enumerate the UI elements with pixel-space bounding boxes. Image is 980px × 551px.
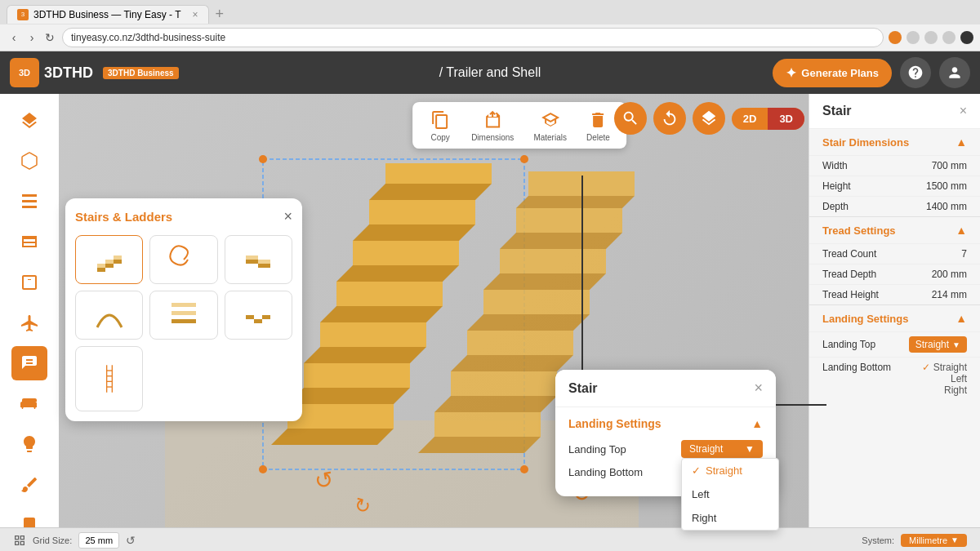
stair-dimensions-section: Stair Dimensions ▲ Width 700 mm Height 1…: [809, 129, 980, 216]
stair-modal: Stair × Landing Settings ▲ Landing Top S…: [555, 370, 776, 496]
height-row: Height 1500 mm: [809, 176, 980, 196]
svg-rect-47: [114, 256, 122, 260]
landing-top-dropdown[interactable]: Straight ▼: [909, 336, 967, 353]
2d-btn[interactable]: 2D: [732, 108, 768, 130]
delete-icon: [586, 109, 609, 131]
landing-top-row: Landing Top Straight ▼: [809, 331, 980, 357]
stair-item-3[interactable]: [225, 291, 292, 340]
svg-marker-26: [500, 233, 622, 249]
sidebar-furniture-btn[interactable]: [11, 387, 47, 421]
back-btn[interactable]: ‹: [7, 30, 21, 45]
height-value: 1500 mm: [926, 180, 967, 192]
sidebar-door-btn[interactable]: [11, 265, 47, 300]
sidebar-stairs-btn[interactable]: [11, 346, 47, 380]
landing-dropdown-menu: ✓ Straight Left Right: [681, 458, 779, 531]
sidebar-plane-btn[interactable]: [11, 306, 47, 340]
stair-item-l-shape[interactable]: [225, 235, 292, 284]
new-tab-btn[interactable]: +: [216, 6, 225, 23]
rotate-panel-btn[interactable]: [653, 102, 686, 135]
view-mode-toggle[interactable]: 2D 3D: [732, 108, 804, 130]
help-icon-btn[interactable]: [900, 57, 931, 88]
generate-plans-button[interactable]: ✦ Generate Plans: [773, 59, 892, 87]
sidebar-window-btn[interactable]: [11, 225, 47, 260]
tread-count-row: Tread Count 7: [809, 243, 980, 264]
svg-rect-55: [246, 315, 254, 319]
layers-panel-btn[interactable]: [693, 102, 725, 135]
dropdown-item-left[interactable]: Left: [682, 482, 778, 506]
stairs-panel-title: Stairs & Ladders: [75, 210, 172, 224]
landing-settings-header[interactable]: Landing Settings ▲: [809, 305, 980, 331]
landing-bottom-straight-option: ✓ Straight: [922, 362, 967, 373]
reset-btn[interactable]: ↺: [126, 534, 136, 547]
sidebar-light-btn[interactable]: [11, 427, 47, 461]
copy-icon: [429, 109, 452, 131]
user-icon-btn[interactable]: [939, 57, 970, 88]
reload-btn[interactable]: ↻: [42, 30, 57, 45]
stair-item-ladder[interactable]: [75, 346, 143, 411]
stair-item-spiral[interactable]: [149, 235, 217, 284]
stair-item-straight[interactable]: [75, 235, 143, 284]
stair-modal-body: Landing Settings ▲ Landing Top Straight …: [555, 407, 776, 496]
sidebar-box-btn[interactable]: [11, 144, 47, 179]
stair-item-curved[interactable]: [75, 291, 143, 340]
dropdown-item-right[interactable]: Right: [682, 506, 778, 530]
sidebar-layers-btn[interactable]: [11, 104, 47, 138]
tab-bar: 3 3DTHD Business — Tiny Easy - T × +: [0, 0, 980, 24]
topbar-right: ✦ Generate Plans: [773, 57, 970, 88]
tread-height-value: 214 mm: [932, 289, 967, 300]
sidebar-wall-btn[interactable]: [11, 184, 47, 219]
width-value: 700 mm: [932, 160, 967, 171]
materials-tool[interactable]: Materials: [533, 109, 567, 142]
dropdown-item-straight[interactable]: ✓ Straight: [682, 459, 778, 482]
tab-favicon: 3: [17, 9, 29, 20]
landing-bottom-straight: Straight: [933, 362, 967, 373]
props-panel-close[interactable]: ×: [960, 104, 967, 118]
option-right: Right: [692, 512, 716, 524]
svg-marker-15: [385, 163, 492, 184]
tread-settings-chevron: ▲: [956, 224, 967, 237]
stair-dimensions-chevron: ▲: [956, 136, 967, 149]
search-panel-btn[interactable]: [614, 102, 647, 135]
svg-marker-3: [287, 404, 394, 429]
copy-tool[interactable]: Copy: [429, 109, 452, 142]
tab-close[interactable]: ×: [193, 9, 198, 20]
grid-size-input[interactable]: [78, 532, 119, 549]
dimensions-tool[interactable]: Dimensions: [471, 109, 514, 142]
width-row: Width 700 mm: [809, 155, 980, 176]
landing-top-modal-dropdown[interactable]: Straight ▼: [681, 440, 763, 458]
svg-marker-28: [516, 196, 635, 208]
landing-settings-section: Landing Settings ▲ Landing Top Straight …: [809, 305, 980, 400]
tread-height-label: Tread Height: [822, 289, 879, 300]
svg-marker-18: [434, 396, 557, 412]
sidebar-paint-btn[interactable]: [11, 468, 47, 502]
generate-icon: ✦: [786, 65, 796, 81]
forward-btn[interactable]: ›: [24, 30, 39, 45]
svg-marker-2: [271, 429, 394, 445]
stair-modal-close[interactable]: ×: [754, 380, 763, 397]
materials-label: Materials: [533, 133, 567, 142]
svg-marker-23: [483, 290, 590, 314]
landing-top-modal-label: Landing Top: [568, 443, 626, 455]
stairs-panel-close[interactable]: ×: [283, 208, 292, 225]
3d-btn[interactable]: 3D: [768, 108, 804, 130]
system-select[interactable]: Millimetre ▼: [901, 534, 967, 547]
tread-settings-header[interactable]: Tread Settings ▲: [809, 217, 980, 243]
svg-rect-42: [97, 268, 105, 272]
browser-tab[interactable]: 3 3DTHD Business — Tiny Easy - T ×: [7, 5, 209, 24]
status-bar: Grid Size: ↺ System: Millimetre ▼: [0, 527, 980, 551]
svg-marker-16: [418, 437, 541, 453]
landing-top-dropdown-arrow: ▼: [745, 443, 755, 455]
tread-count-label: Tread Count: [822, 248, 876, 260]
delete-tool[interactable]: Delete: [586, 109, 610, 142]
height-label: Height: [822, 180, 851, 192]
browser-icon-4: [942, 31, 956, 44]
stair-dimensions-header[interactable]: Stair Dimensions ▲: [809, 129, 980, 155]
props-panel: Stair × Stair Dimensions ▲ Width 700 mm …: [808, 94, 980, 551]
stair-item-platform[interactable]: [149, 291, 217, 340]
url-input[interactable]: [62, 28, 884, 47]
stair-modal-section-title: Landing Settings ▲: [568, 417, 763, 430]
landing-bottom-modal-label: Landing Bottom: [568, 466, 643, 478]
logo-badge: 3DTHD Business: [103, 67, 179, 79]
svg-marker-21: [467, 331, 573, 355]
panel-icons: 2D 3D: [614, 102, 804, 135]
